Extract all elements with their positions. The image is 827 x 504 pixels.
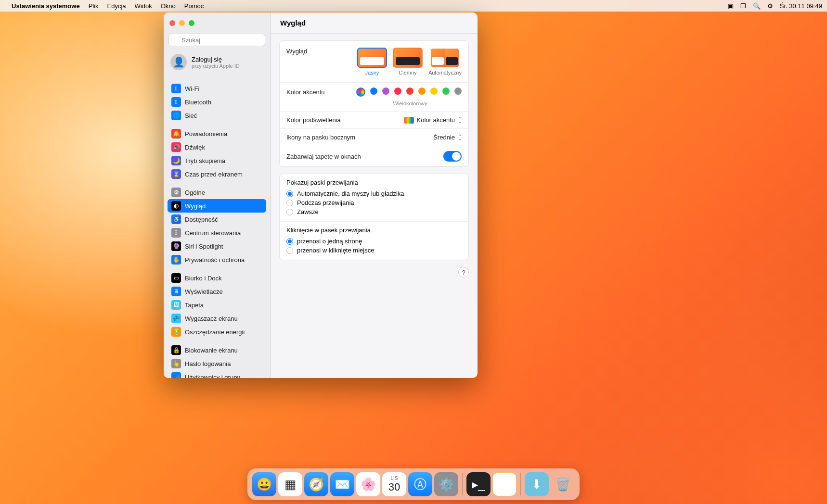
zoom-button[interactable] [189,20,194,26]
sidebar-item-tapeta[interactable]: 🖼Tapeta [168,298,266,312]
sidebar-item-d-wi-k[interactable]: 🔊Dźwięk [168,140,266,154]
sidebar-item-czas-przed-ekranem[interactable]: ⏳Czas przed ekranem [168,167,266,181]
sidebar-item-blokowanie-ekranu[interactable]: 🔒Blokowanie ekranu [168,343,266,357]
scroll-click-option-0[interactable]: przenosi o jedną stronę [286,237,462,246]
sidebar-item-label: Blokowanie ekranu [185,347,238,354]
tint-label: Zabarwiaj tapetę w oknach [286,153,361,160]
sidebar-item-bluetooth[interactable]: 􀖀Bluetooth [168,95,266,109]
accent-swatch-0[interactable] [370,88,377,95]
highlight-value: Kolor akcentu [417,116,455,124]
sidebar-icon-size-select[interactable]: Średnie ⌃⌄ [433,134,462,141]
scrollbars-option-0[interactable]: Automatycznie, dla myszy lub gładzika [286,189,462,198]
minimize-button[interactable] [179,20,185,26]
stage-manager-icon[interactable]: ▣ [728,2,734,10]
spotlight-icon[interactable]: 🔍 [753,2,761,10]
scroll-click-title: Kliknięcie w pasek przewijania [286,227,462,234]
dock-trash[interactable]: 🗑️ [551,472,575,496]
sidebar-icon: ▭ [171,273,181,283]
sidebar-item-biurko-i-dock[interactable]: ▭Biurko i Dock [168,271,266,285]
scrollbars-option-1[interactable]: Podczas przewijania [286,198,462,207]
chevron-updown-icon: ⌃⌄ [458,135,462,140]
highlight-swatch-icon [404,117,414,124]
scroll-click-option-1[interactable]: przenosi w kliknięte miejsce [286,246,462,255]
menu-pomoc[interactable]: Pomoc [184,2,204,10]
sidebar-icon: 🌙 [171,156,181,165]
accent-swatch-5[interactable] [430,88,438,95]
avatar-placeholder-icon: 👤 [170,54,187,70]
close-button[interactable] [169,20,175,26]
system-settings-window: 🔍 👤 Zaloguj się przy użyciu Apple ID 􀙇Wi… [164,13,478,378]
accent-swatch-4[interactable] [418,88,426,95]
dock-downloads[interactable]: ⬇ [525,472,549,496]
sidebar-icons-value: Średnie [433,134,455,141]
appearance-option-dark[interactable]: Ciemny [393,48,423,76]
dock-notes[interactable] [492,472,517,496]
dock-launchpad[interactable]: ▦ [278,472,302,496]
sign-in-row[interactable]: 👤 Zaloguj się przy użyciu Apple ID [164,50,270,75]
sidebar-item-sie-[interactable]: 🌐Sieć [168,109,266,122]
sidebar-item-prywatno-i-ochrona[interactable]: ✋Prywatność i ochrona [168,253,266,266]
menu-plik[interactable]: Plik [89,2,99,10]
appearance-option-light[interactable]: Jasny [357,48,387,76]
dock-settings[interactable]: ⚙️ [434,472,458,496]
dock-safari[interactable]: 🧭 [304,472,328,496]
dock-photos[interactable]: 🌸 [356,472,380,496]
help-button[interactable]: ? [458,267,469,277]
menu-okno[interactable]: Okno [161,2,176,10]
menubar-clock[interactable]: Śr. 30.11 09:49 [780,2,822,10]
radio-icon [286,200,293,206]
sidebar-item-wygaszacz-ekranu[interactable]: 💤Wygaszacz ekranu [168,312,266,325]
accent-label: Kolor akcentu [286,88,325,96]
sidebar-item-has-o-logowania[interactable]: 👆Hasło logowania [168,357,266,370]
sidebar-item-siri-i-spotlight[interactable]: 🔮Siri i Spotlight [168,239,266,253]
control-center-icon[interactable]: ⚙ [767,2,773,10]
sidebar-item-centrum-sterowania[interactable]: 🎚Centrum sterowania [168,226,266,239]
dock-calendar[interactable]: LIS 30 [382,472,406,496]
dock-finder[interactable]: 😀 [252,472,276,496]
sidebar-icon: ⏳ [171,169,181,179]
dock-appstore[interactable]: Ⓐ [408,472,432,496]
scrollbars-option-2[interactable]: Zawsze [286,207,462,216]
radio-icon [286,238,293,245]
sidebar-item-label: Tryb skupienia [185,157,225,164]
sidebar-icon: 👥 [171,372,181,378]
sidebar-icon: ♿ [171,214,181,224]
sidebar-item-label: Powiadomienia [185,130,227,138]
menu-edycja[interactable]: Edycja [107,2,126,10]
tint-wallpaper-toggle[interactable] [443,151,462,162]
accent-swatch-2[interactable] [394,88,401,95]
sidebar-item-powiadomienia[interactable]: 🔔Powiadomienia [168,127,266,140]
sidebar-item-tryb-skupienia[interactable]: 🌙Tryb skupienia [168,154,266,167]
radio-icon [286,190,293,197]
accent-swatch-6[interactable] [442,88,450,95]
sidebar-item-label: Dostępność [185,216,218,223]
appearance-option-auto[interactable]: Automatyczny [428,48,462,76]
sidebar-item-dost-pno-[interactable]: ♿Dostępność [168,213,266,226]
sidebar-item-u-ytkownicy-i-grupy[interactable]: 👥Użytkownicy i grupy [168,370,266,378]
menubar-app-name[interactable]: Ustawienia systemowe [12,2,80,10]
highlight-color-select[interactable]: Kolor akcentu ⌃⌄ [404,116,462,124]
accent-swatch-3[interactable] [406,88,414,95]
sidebar-item-wygl-d[interactable]: ◐Wygląd [168,199,266,213]
search-input[interactable] [168,34,265,46]
accent-swatch-1[interactable] [382,88,389,95]
scrollbars-title: Pokazuj paski przewijania [286,179,462,186]
radio-icon [286,209,293,215]
sidebar-icon: 🔔 [171,129,181,139]
sidebar-icon: 👆 [171,359,181,368]
sidebar-item-wi-fi[interactable]: 􀙇Wi-Fi [168,82,266,95]
sidebar-list[interactable]: 􀙇Wi-Fi􀖀Bluetooth🌐Sieć🔔Powiadomienia🔊Dźwi… [164,75,270,378]
sidebar-icon: 􀖀 [171,97,181,107]
menu-widok[interactable]: Widok [135,2,152,10]
dock-terminal[interactable]: ▸_ [466,472,491,496]
appearance-thumb-auto [430,48,460,68]
sidebar-item-wy-wietlacze[interactable]: 🖥Wyświetlacze [168,285,266,298]
sidebar-item-oszcz-dzanie-energii[interactable]: 🔋Oszczędzanie energii [168,325,266,339]
radio-label: przenosi o jedną stronę [297,238,362,245]
sidebar-icon: 🖼 [171,300,181,310]
accent-swatch-multicolor[interactable] [356,88,365,97]
accent-swatch-7[interactable] [454,88,462,95]
window-overlap-icon[interactable]: ❐ [740,2,746,10]
dock-mail[interactable]: ✉️ [330,472,354,496]
sidebar-item-og-lne[interactable]: ⚙Ogólne [168,186,266,199]
